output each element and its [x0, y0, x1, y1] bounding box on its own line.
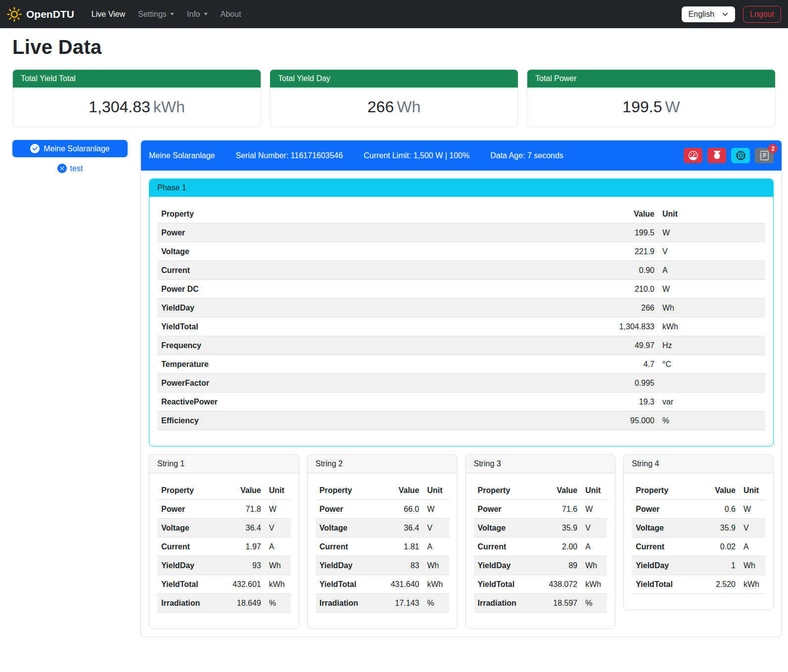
table-row: ReactivePower19.3var: [157, 393, 765, 411]
table-row: Power DC210.0W: [157, 280, 765, 299]
summary-cards-row: Total Yield Total 1,304.83kWh Total Yiel…: [12, 69, 776, 127]
table-row: YieldDay89Wh: [474, 556, 607, 575]
table-row: Current1.97A: [157, 538, 291, 556]
string-4-table: Property Value Unit Power0.6W Voltage35.…: [632, 481, 765, 594]
table-row: Power0.6W: [632, 500, 765, 519]
total-yield-total-card: Total Yield Total 1,304.83kWh: [12, 69, 261, 127]
unit: kWh: [153, 98, 185, 116]
column-header-property: Property: [474, 481, 534, 500]
speedometer-icon: [689, 151, 698, 160]
unit: Wh: [397, 98, 420, 116]
column-header-value: Value: [692, 481, 740, 500]
table-row: Frequency49.97Hz: [157, 336, 765, 355]
column-header-unit: Unit: [265, 481, 291, 500]
phase-1-card: Phase 1 Property Value Unit: [149, 179, 774, 447]
language-select[interactable]: English: [682, 6, 735, 22]
nav-item-info[interactable]: Info: [181, 6, 214, 23]
value: 1,304.83: [89, 98, 150, 116]
x-circle-icon: [57, 164, 67, 173]
limit-settings-button[interactable]: [684, 148, 702, 163]
table-row: YieldDay83Wh: [316, 556, 449, 575]
cpu-icon: [736, 151, 745, 160]
table-row: Irradiation17.143%: [316, 594, 449, 613]
column-header-value: Value: [218, 481, 265, 500]
column-header-property: Property: [157, 205, 599, 224]
language-value: English: [689, 10, 714, 19]
table-row: YieldDay1Wh: [632, 556, 765, 575]
column-header-unit: Unit: [581, 481, 607, 500]
table-row: Temperature4.7°C: [157, 355, 765, 374]
table-row: YieldDay266Wh: [157, 299, 765, 317]
table-row: YieldTotal432.601kWh: [157, 575, 291, 594]
inverter-test-link[interactable]: test: [12, 164, 128, 173]
string-2-table: Property Value Unit Power66.0W Voltage36…: [316, 481, 449, 613]
value: 199.5: [622, 98, 662, 116]
power-button[interactable]: [707, 148, 726, 163]
table-row: Efficiency95.000%: [157, 411, 765, 430]
card-title: Total Yield Day: [270, 70, 518, 88]
table-row: Power199.5W: [157, 224, 765, 242]
inverter-sidebar: Meine Solaranlage test: [12, 140, 128, 173]
nav-item-about[interactable]: About: [214, 6, 248, 23]
table-row: Voltage35.9V: [474, 519, 607, 538]
table-row: Irradiation18.597%: [474, 594, 607, 613]
test-link-label: test: [70, 164, 83, 173]
inverter-name: Meine Solaranlage: [149, 151, 215, 160]
table-row: YieldTotal431.640kWh: [316, 575, 449, 594]
journal-text-icon: [760, 151, 769, 160]
table-row: Power66.0W: [316, 500, 449, 519]
column-header-value: Value: [599, 205, 658, 224]
unit: W: [665, 98, 680, 116]
card-value: 1,304.83kWh: [13, 88, 261, 127]
phase-1-table: Property Value Unit Power199.5W Voltage2…: [157, 205, 765, 430]
brand-label: OpenDTU: [26, 8, 74, 20]
string-2-card: String 2 Property Value Unit Pow: [307, 454, 458, 629]
nav-item-settings[interactable]: Settings: [132, 6, 181, 23]
inverter-card: Meine Solaranlage Serial Number: 1161716…: [140, 140, 782, 637]
chevron-down-icon: [722, 11, 728, 17]
card-title: Total Yield Total: [13, 70, 261, 88]
column-header-unit: Unit: [423, 481, 449, 500]
string-2-header: String 2: [308, 455, 457, 473]
page-title: Live Data: [12, 36, 776, 58]
table-row: Power71.8W: [157, 500, 291, 519]
inverter-select-button[interactable]: Meine Solaranlage: [12, 140, 128, 157]
table-row: YieldTotal1,304.833kWh: [157, 317, 765, 336]
string-3-table: Property Value Unit Power71.6W Voltage35…: [474, 481, 607, 613]
chevron-down-icon: [204, 13, 208, 15]
table-row: Irradiation18.649%: [157, 594, 291, 613]
nav-links: Live View Settings Info About: [85, 6, 248, 23]
brand[interactable]: OpenDTU: [7, 7, 74, 22]
check-circle-icon: [30, 144, 40, 153]
logout-button[interactable]: Logout: [743, 6, 781, 23]
inverter-data-age: Data Age: 7 seconds: [490, 151, 563, 160]
column-header-property: Property: [157, 481, 218, 500]
phase-1-header: Phase 1: [149, 179, 773, 197]
column-header-value: Value: [376, 481, 423, 500]
table-row: Current0.02A: [632, 538, 765, 556]
string-1-card: String 1 Property Value Unit Pow: [149, 454, 299, 629]
navbar-right: English Logout: [682, 6, 781, 23]
event-log-button[interactable]: 2: [755, 148, 774, 163]
table-row: PowerFactor0.995: [157, 374, 765, 393]
string-4-card: String 4 Property Value Unit Pow: [623, 454, 774, 610]
column-header-unit: Unit: [658, 205, 765, 224]
card-title: Total Power: [527, 70, 775, 88]
table-row: Voltage221.9V: [157, 242, 765, 261]
string-4-header: String 4: [624, 455, 773, 473]
navbar: OpenDTU Live View Settings Info About En…: [0, 0, 788, 28]
table-row: Current1.81A: [316, 538, 449, 556]
column-header-value: Value: [534, 481, 581, 500]
inverter-limit: Current Limit: 1,500 W | 100%: [364, 151, 469, 160]
strings-row: String 1 Property Value Unit Pow: [149, 454, 774, 629]
column-header-property: Property: [632, 481, 692, 500]
total-yield-day-card: Total Yield Day 266Wh: [270, 69, 518, 127]
table-row: Voltage35.9V: [632, 519, 765, 538]
device-info-button[interactable]: [731, 148, 750, 163]
table-row: YieldTotal2.520kWh: [632, 575, 765, 594]
string-3-header: String 3: [466, 455, 615, 473]
table-row: Voltage36.4V: [316, 519, 449, 538]
column-header-property: Property: [316, 481, 376, 500]
string-1-header: String 1: [149, 455, 299, 473]
nav-item-live-view[interactable]: Live View: [85, 6, 132, 23]
